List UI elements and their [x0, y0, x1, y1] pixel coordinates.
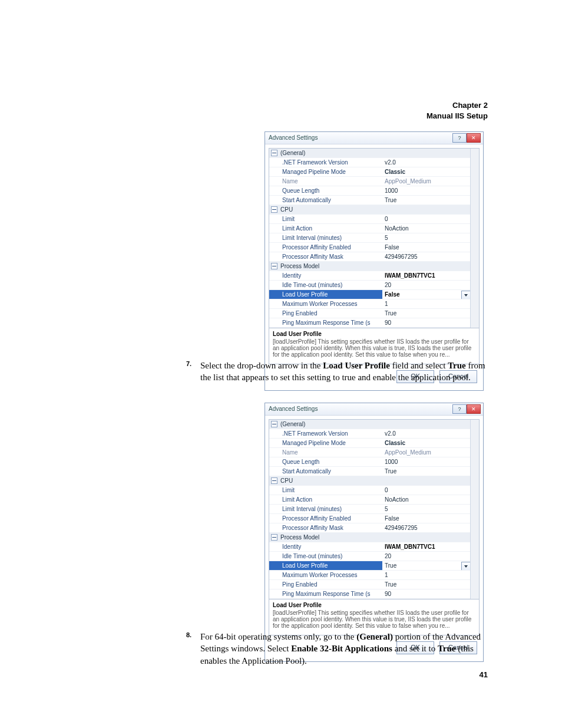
prop-max-worker-processes[interactable]: Maximum Worker Processes1 — [269, 571, 479, 580]
prop-idle-timeout[interactable]: Idle Time-out (minutes)20 — [269, 552, 479, 561]
close-button[interactable]: ✕ — [467, 133, 481, 143]
prop-ping-enabled[interactable]: Ping EnabledTrue — [269, 580, 479, 589]
category-cpu[interactable]: CPU — [269, 205, 479, 215]
prop-net-framework[interactable]: .NET Framework Versionv2.0 — [269, 429, 479, 439]
prop-name: NameAppPool_Medium — [269, 177, 479, 186]
property-description: Load User Profile [loadUserProfile] This… — [269, 328, 480, 364]
page-number: 41 — [480, 670, 488, 679]
prop-limit-action[interactable]: Limit ActionNoAction — [269, 224, 479, 233]
category-general[interactable]: (General) — [269, 149, 479, 158]
collapse-icon[interactable] — [271, 534, 277, 541]
advanced-settings-dialog-1: Advanced Settings ? ✕ (General) .NET Fra… — [265, 131, 484, 391]
prop-max-worker-processes[interactable]: Maximum Worker Processes1 — [269, 299, 479, 309]
dialog-titlebar: Advanced Settings ? ✕ — [265, 132, 483, 144]
prop-start-auto[interactable]: Start AutomaticallyTrue — [269, 467, 479, 476]
collapse-icon[interactable] — [271, 263, 277, 269]
prop-identity[interactable]: IdentityIWAM_DBN7TVC1 — [269, 542, 479, 552]
prop-affinity-enabled[interactable]: Processor Affinity EnabledFalse — [269, 243, 479, 252]
prop-limit-action[interactable]: Limit ActionNoAction — [269, 495, 479, 505]
prop-queue-length[interactable]: Queue Length1000 — [269, 457, 479, 467]
prop-limit-interval[interactable]: Limit Interval (minutes)5 — [269, 505, 479, 514]
prop-limit-interval[interactable]: Limit Interval (minutes)5 — [269, 233, 479, 243]
prop-queue-length[interactable]: Queue Length1000 — [269, 186, 479, 196]
prop-ping-max-response[interactable]: Ping Maximum Response Time (s90 — [269, 318, 479, 328]
category-process-model[interactable]: Process Model — [269, 262, 479, 271]
prop-ping-enabled[interactable]: Ping EnabledTrue — [269, 309, 479, 318]
dropdown-button[interactable] — [461, 562, 471, 570]
prop-affinity-enabled[interactable]: Processor Affinity EnabledFalse — [269, 514, 479, 523]
dialog-titlebar: Advanced Settings ? ✕ — [265, 403, 483, 416]
prop-limit[interactable]: Limit0 — [269, 486, 479, 495]
advanced-settings-dialog-2: Advanced Settings ? ✕ (General) .NET Fra… — [265, 403, 484, 662]
scrollbar[interactable] — [470, 420, 479, 599]
dialog-title: Advanced Settings — [269, 406, 318, 412]
chapter-title: Manual IIS Setup — [427, 111, 488, 121]
prop-load-user-profile[interactable]: Load User ProfileFalse — [269, 290, 479, 299]
collapse-icon[interactable] — [271, 206, 277, 213]
prop-ping-max-response[interactable]: Ping Maximum Response Time (s90 — [269, 589, 479, 599]
prop-limit[interactable]: Limit0 — [269, 215, 479, 224]
dialog-title: Advanced Settings — [269, 134, 318, 141]
collapse-icon[interactable] — [271, 421, 277, 427]
category-cpu[interactable]: CPU — [269, 476, 479, 486]
step-8: 8. For 64-bit operating systems only, go… — [200, 631, 488, 667]
collapse-icon[interactable] — [271, 477, 277, 484]
step-number: 7. — [186, 360, 191, 368]
prop-name: NameAppPool_Medium — [269, 448, 479, 457]
step-number: 8. — [186, 631, 191, 640]
prop-start-auto[interactable]: Start AutomaticallyTrue — [269, 196, 479, 205]
prop-load-user-profile[interactable]: Load User ProfileTrue — [269, 561, 479, 571]
property-description: Load User Profile [loadUserProfile] This… — [269, 599, 480, 635]
category-process-model[interactable]: Process Model — [269, 533, 479, 542]
chapter-label: Chapter 2 — [427, 100, 488, 111]
step-7: 7. Select the drop-down arrow in the Loa… — [200, 360, 488, 384]
collapse-icon[interactable] — [271, 150, 277, 156]
help-button[interactable]: ? — [452, 133, 467, 143]
scrollbar[interactable] — [470, 149, 479, 328]
prop-idle-timeout[interactable]: Idle Time-out (minutes)20 — [269, 281, 479, 290]
dropdown-button[interactable] — [461, 291, 471, 299]
prop-pipeline-mode[interactable]: Managed Pipeline ModeClassic — [269, 167, 479, 177]
help-button[interactable]: ? — [452, 404, 467, 414]
category-general[interactable]: (General) — [269, 420, 479, 429]
prop-pipeline-mode[interactable]: Managed Pipeline ModeClassic — [269, 439, 479, 448]
prop-affinity-mask[interactable]: Processor Affinity Mask4294967295 — [269, 252, 479, 262]
prop-identity[interactable]: IdentityIWAM_DBN7TVC1 — [269, 271, 479, 281]
prop-affinity-mask[interactable]: Processor Affinity Mask4294967295 — [269, 523, 479, 533]
prop-net-framework[interactable]: .NET Framework Versionv2.0 — [269, 158, 479, 167]
close-button[interactable]: ✕ — [467, 404, 481, 414]
